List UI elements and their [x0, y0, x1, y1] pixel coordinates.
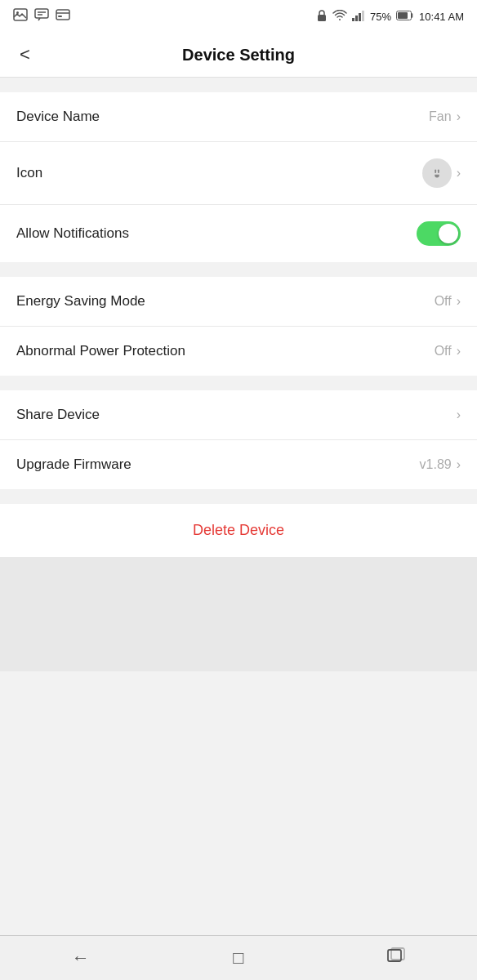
energy-saving-label: Energy Saving Mode [16, 293, 145, 310]
abnormal-power-row[interactable]: Abnormal Power Protection Off › [0, 327, 477, 376]
icon-thumbnail [422, 158, 452, 188]
notifications-right [417, 221, 461, 246]
svg-rect-7 [58, 16, 62, 17]
section-power: Energy Saving Mode Off › Abnormal Power … [0, 277, 477, 376]
svg-rect-2 [35, 9, 48, 18]
notifications-row[interactable]: Allow Notifications [0, 205, 477, 262]
device-name-right: Fan › [429, 109, 461, 124]
nav-home-button[interactable]: □ [233, 947, 243, 969]
energy-saving-right: Off › [435, 294, 461, 309]
section-device: Share Device › Upgrade Firmware v1.89 › [0, 390, 477, 489]
firmware-label: Upgrade Firmware [16, 457, 132, 473]
share-device-row[interactable]: Share Device › [0, 390, 477, 440]
nav-recent-button[interactable] [387, 947, 405, 969]
device-name-value: Fan [429, 109, 452, 124]
toggle-track [417, 221, 461, 246]
section-gap-2 [0, 262, 477, 277]
bottom-nav: ← □ [0, 935, 477, 980]
battery-icon [396, 11, 414, 23]
device-name-row[interactable]: Device Name Fan › [0, 92, 477, 142]
firmware-right: v1.89 › [420, 457, 461, 472]
energy-saving-chevron: › [457, 294, 461, 309]
svg-rect-10 [355, 16, 358, 21]
section-basic: Device Name Fan › Icon › Allow Notificat… [0, 92, 477, 262]
time: 10:41 AM [419, 11, 464, 23]
svg-rect-14 [398, 12, 408, 19]
svg-rect-16 [435, 169, 436, 173]
delete-device-button[interactable]: Delete Device [193, 522, 284, 539]
icon-label: Icon [16, 165, 42, 181]
nav-back-button[interactable]: ← [72, 947, 90, 969]
svg-rect-12 [362, 11, 364, 21]
section-gap-1 [0, 78, 477, 92]
svg-rect-11 [359, 13, 361, 21]
status-bar-right: 75% 10:41 AM [316, 9, 464, 24]
wifi-icon [332, 10, 347, 24]
chat-icon [34, 8, 49, 24]
notifications-toggle[interactable] [417, 221, 461, 246]
section-gap-3 [0, 376, 477, 390]
icon-row[interactable]: Icon › [0, 142, 477, 205]
status-bar: 75% 10:41 AM [0, 0, 477, 33]
abnormal-power-label: Abnormal Power Protection [16, 343, 185, 359]
lock-icon [316, 9, 328, 24]
abnormal-power-right: Off › [435, 344, 461, 359]
battery-percent: 75% [370, 11, 391, 23]
icon-right: › [422, 158, 461, 188]
delete-section: Delete Device [0, 504, 477, 557]
icon-chevron: › [457, 166, 461, 180]
svg-rect-17 [438, 169, 439, 173]
firmware-row[interactable]: Upgrade Firmware v1.89 › [0, 440, 477, 489]
toggle-thumb [439, 224, 458, 243]
app-header: < Device Setting [0, 33, 477, 78]
firmware-chevron: › [457, 457, 461, 472]
share-device-label: Share Device [16, 407, 100, 423]
signal-icon [352, 10, 365, 24]
back-button[interactable]: < [13, 42, 37, 67]
device-name-label: Device Name [16, 109, 100, 125]
abnormal-power-value: Off [435, 344, 452, 359]
energy-saving-row[interactable]: Energy Saving Mode Off › [0, 277, 477, 327]
svg-rect-5 [56, 10, 69, 20]
firmware-value: v1.89 [420, 457, 452, 472]
energy-saving-value: Off [435, 294, 452, 309]
image-icon [13, 8, 28, 24]
status-bar-left [13, 8, 70, 24]
card-icon [56, 8, 70, 24]
svg-rect-8 [318, 15, 326, 21]
bottom-area [0, 557, 477, 671]
svg-point-15 [430, 166, 444, 180]
abnormal-power-chevron: › [457, 344, 461, 359]
share-device-chevron: › [457, 408, 461, 422]
device-name-chevron: › [457, 109, 461, 124]
svg-rect-9 [352, 18, 354, 21]
notifications-label: Allow Notifications [16, 225, 129, 242]
share-device-right: › [457, 408, 461, 422]
page-title: Device Setting [182, 46, 295, 65]
